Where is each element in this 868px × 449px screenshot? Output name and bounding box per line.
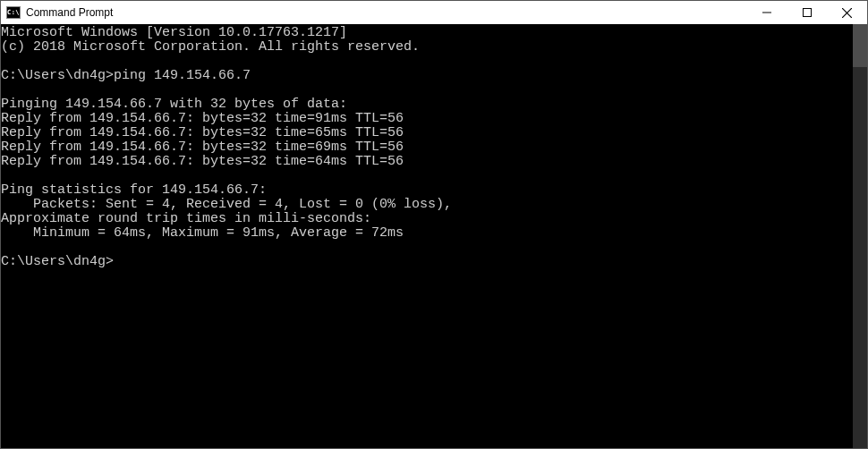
terminal-area[interactable]: Microsoft Windows [Version 10.0.17763.12… <box>1 24 867 448</box>
command-prompt-window: C:\ Command Prompt Microsoft Windows <box>0 0 868 449</box>
close-button[interactable] <box>827 1 867 24</box>
terminal-output: Microsoft Windows [Version 10.0.17763.12… <box>1 24 867 269</box>
cmd-icon: C:\ <box>6 6 21 19</box>
terminal-line <box>1 169 867 183</box>
terminal-line: Minimum = 64ms, Maximum = 91ms, Average … <box>1 226 867 241</box>
terminal-line: Approximate round trip times in milli-se… <box>1 212 867 226</box>
svg-rect-1 <box>803 9 811 17</box>
terminal-line: Reply from 149.154.66.7: bytes=32 time=6… <box>1 140 867 155</box>
terminal-line: Reply from 149.154.66.7: bytes=32 time=9… <box>1 112 867 126</box>
terminal-line: Ping statistics for 149.154.66.7: <box>1 183 867 198</box>
terminal-line <box>1 241 867 255</box>
close-icon <box>842 8 852 18</box>
titlebar[interactable]: C:\ Command Prompt <box>1 1 867 24</box>
terminal-line: Pinging 149.154.66.7 with 32 bytes of da… <box>1 97 867 112</box>
maximize-button[interactable] <box>787 1 827 24</box>
window-title: Command Prompt <box>26 6 113 19</box>
scrollbar-thumb[interactable] <box>853 24 867 67</box>
scrollbar-track[interactable] <box>853 24 867 448</box>
window-controls <box>746 1 867 24</box>
terminal-line: C:\Users\dn4g>ping 149.154.66.7 <box>1 69 867 83</box>
terminal-line <box>1 55 867 69</box>
terminal-line: Packets: Sent = 4, Received = 4, Lost = … <box>1 198 867 212</box>
terminal-line: Reply from 149.154.66.7: bytes=32 time=6… <box>1 126 867 140</box>
terminal-line <box>1 83 867 97</box>
minimize-button[interactable] <box>746 1 787 24</box>
terminal-line: (c) 2018 Microsoft Corporation. All righ… <box>1 40 867 55</box>
minimize-icon <box>762 8 771 17</box>
terminal-line: Microsoft Windows [Version 10.0.17763.12… <box>1 26 867 40</box>
maximize-icon <box>803 8 812 17</box>
terminal-line: C:\Users\dn4g> <box>1 255 867 269</box>
terminal-line: Reply from 149.154.66.7: bytes=32 time=6… <box>1 155 867 169</box>
